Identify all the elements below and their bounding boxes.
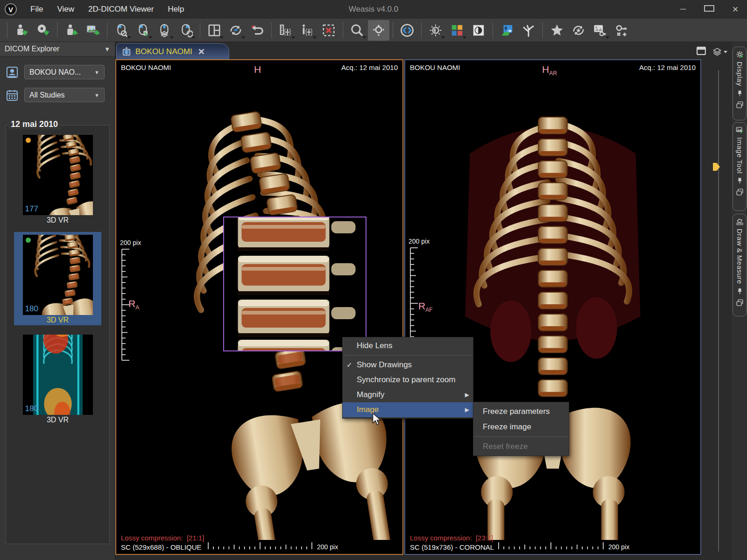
maximize-button[interactable]	[704, 5, 714, 14]
draw-measure-icon	[736, 217, 744, 225]
delete-selection-button[interactable]	[318, 20, 339, 41]
study-date-label: 12 mai 2010	[8, 119, 61, 129]
lut-button[interactable]	[446, 20, 468, 41]
annotation-pin-icon	[300, 23, 314, 37]
annotation-tools-button[interactable]	[296, 20, 318, 41]
export-dicom-button[interactable]	[61, 20, 82, 41]
patient-tab-icon	[121, 47, 132, 57]
toolbar-separator	[7, 22, 7, 38]
toolbar-separator	[271, 22, 272, 38]
mouse-right-rotate-button[interactable]	[175, 20, 197, 41]
thumbnail-image: 180	[23, 235, 93, 315]
lossy-compression-overlay: Lossy compression: [21:1]	[121, 534, 204, 542]
pin-icon[interactable]	[736, 287, 744, 295]
layout-button[interactable]	[204, 20, 225, 41]
new-key-object-button[interactable]	[611, 20, 632, 41]
menu-item-image[interactable]: Image ▶	[343, 402, 473, 417]
detach-window-icon[interactable]	[736, 188, 744, 196]
series-thumbnail-3[interactable]: 180 3D VR	[14, 332, 101, 425]
restore-layout-button[interactable]	[697, 47, 706, 55]
tab-close-icon[interactable]: ✕	[198, 47, 205, 57]
status-dot-icon	[26, 138, 31, 143]
patient-select-value: BOKOU NAO...	[29, 68, 81, 77]
toolbar-separator	[107, 22, 107, 38]
toolbar-separator	[493, 22, 493, 38]
mpr-3d-button[interactable]	[496, 20, 518, 41]
invert-button[interactable]	[468, 20, 489, 41]
context-menu: Hide Lens ✓ Show Drawings Synchronize to…	[342, 337, 473, 419]
trim-button[interactable]	[518, 20, 539, 41]
menu-file[interactable]: File	[23, 1, 50, 18]
measurement-tools-button[interactable]	[275, 20, 296, 41]
mouse-left-zoom-icon	[114, 23, 128, 37]
orientation-top-label: HAR	[542, 64, 557, 77]
menu-help[interactable]: Help	[161, 1, 191, 18]
chevron-down-icon: ▼	[94, 92, 99, 98]
series-thumbnail-2[interactable]: 180 3D VR	[14, 232, 101, 325]
export-image-button[interactable]	[82, 20, 104, 41]
detach-window-icon[interactable]	[736, 101, 744, 109]
mouse-left-context-icon	[136, 23, 150, 37]
detach-window-icon[interactable]	[736, 299, 744, 307]
reset-button[interactable]	[247, 20, 268, 41]
orientation-left-label: RAF	[418, 301, 433, 313]
import-cd-button[interactable]	[32, 20, 54, 41]
dicom-explorer-header[interactable]: DICOM Explorer ▼	[0, 42, 115, 56]
brightness-contrast-button[interactable]	[425, 20, 446, 41]
patient-select[interactable]: BOKOU NAO... ▼	[24, 65, 105, 79]
menu-separator	[344, 355, 472, 356]
window-level-button[interactable]	[396, 20, 418, 41]
mouse-left-zoom-button[interactable]	[111, 20, 132, 41]
panel-scrollbar[interactable]	[718, 70, 719, 552]
orientation-top-label: H	[254, 64, 261, 77]
image-tool-icon	[736, 126, 744, 134]
menu-item-freeze-image[interactable]: Freeze image	[473, 419, 569, 434]
viewport-oblique[interactable]: BOKOU NAOMI H Acq.: 12 mai 2010 200 pix …	[115, 59, 403, 555]
mpr-3d-icon	[500, 23, 514, 37]
menu-item-hide-lens[interactable]: Hide Lens	[343, 338, 473, 353]
synchronize-button[interactable]	[225, 20, 247, 41]
panel-menu-triangle-icon[interactable]: ▼	[104, 46, 110, 53]
import-dicom-button[interactable]	[11, 20, 32, 41]
study-select-value: All Studies	[29, 91, 65, 99]
menu-item-magnify[interactable]: Magnify ▶	[343, 387, 473, 402]
dropdown-caret	[170, 36, 174, 39]
toolbar-separator	[543, 22, 543, 38]
menu-item-freeze-parameters[interactable]: Freeze parameters	[473, 404, 569, 419]
tab-image-tool[interactable]: Image Tool	[733, 122, 747, 211]
trim-tree-icon	[521, 23, 536, 37]
layout-icon	[207, 23, 221, 37]
menu-item-show-drawings[interactable]: ✓ Show Drawings	[343, 357, 473, 372]
minimize-button[interactable]: ─	[678, 5, 688, 14]
mouse-middle-series-button[interactable]	[154, 20, 175, 41]
pin-icon[interactable]	[736, 90, 744, 98]
mouse-left-context-button[interactable]	[132, 20, 154, 41]
study-select[interactable]: All Studies ▼	[24, 88, 105, 102]
menu-2d-dicom-viewer[interactable]: 2D-DICOM Viewer	[81, 1, 161, 18]
pin-icon[interactable]	[736, 177, 744, 185]
series-thumbnail-1[interactable]: 177 3D VR	[14, 132, 101, 225]
layers-menu-button[interactable]	[712, 47, 727, 56]
menu-view[interactable]: View	[50, 1, 81, 18]
reset-preset-button[interactable]	[568, 20, 589, 41]
tab-display[interactable]: Display	[733, 47, 747, 120]
menu-bar: File View 2D-DICOM Viewer Help	[23, 1, 191, 18]
star-preset-button[interactable]	[546, 20, 568, 41]
close-button[interactable]: ✕	[730, 5, 740, 14]
tab-draw-measure[interactable]: Draw & Measure	[733, 214, 747, 316]
toolbar-separator	[393, 22, 393, 38]
import-cd-icon	[36, 23, 50, 37]
patient-icon	[6, 66, 19, 79]
restore-window-icon	[697, 47, 706, 55]
key-image-icon	[593, 23, 607, 37]
pan-button[interactable]	[368, 20, 389, 41]
viewport-coronal[interactable]: BOKOU NAOMI HAR Acq.: 12 mai 2010 200 pi…	[404, 59, 701, 555]
menu-item-synchronize-to-parent-zoom[interactable]: Synchronize to parent zoom	[343, 372, 473, 387]
key-image-button[interactable]	[589, 20, 611, 41]
thumbnail-image: 177	[23, 135, 93, 215]
magnifier-lens[interactable]	[223, 217, 366, 351]
zoom-button[interactable]	[346, 20, 368, 41]
toolbar-separator	[343, 22, 343, 38]
tab-bokou-naomi[interactable]: BOKOU NAOMI ✕	[116, 43, 229, 59]
title-bar: V File View 2D-DICOM Viewer Help Weasis …	[0, 0, 747, 19]
